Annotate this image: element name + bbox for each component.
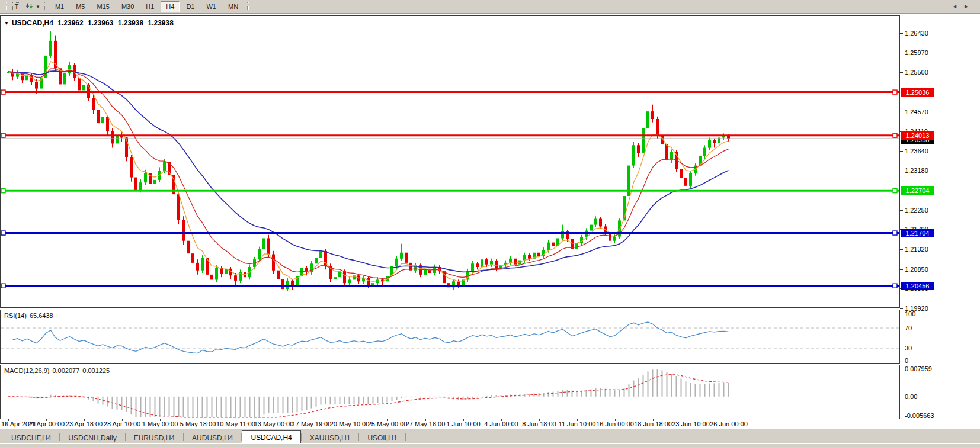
price-tick: [900, 112, 903, 112]
macd-main-value: 0.002077: [52, 367, 79, 374]
price-tick: [900, 210, 903, 211]
arrows-objects-button[interactable]: ▼: [24, 1, 41, 12]
price-tick: [900, 33, 903, 34]
time-axis-label: 28 Apr 10:00: [104, 420, 140, 427]
price-tick: [900, 249, 903, 250]
price-tick-label: 1.21320: [905, 246, 928, 253]
timeframe-M15[interactable]: M15: [91, 1, 114, 12]
timeframe-M1[interactable]: M1: [50, 1, 69, 12]
rsi-value: 65.6438: [30, 312, 53, 319]
timeframe-M5[interactable]: M5: [71, 1, 90, 12]
timeframe-W1[interactable]: W1: [201, 1, 222, 12]
timeframe-MN[interactable]: MN: [223, 1, 244, 12]
tab-USDCNH-Daily[interactable]: USDCNH,Daily: [60, 432, 124, 443]
chart-info-line: ▼USDCAD,H4 1.23962 1.23963 1.23938 1.239…: [4, 19, 176, 27]
toolbar-grip[interactable]: [44, 2, 46, 11]
rsi-scale-label: 0: [905, 357, 908, 364]
tab-EURUSD-H4[interactable]: EURUSD,H4: [126, 432, 183, 443]
toolbar: T ▼ M1M5M15M30H1H4D1W1MN: [0, 0, 980, 14]
time-axis-label: 23 Jun 10:00: [672, 420, 710, 427]
macd-scale-label: -0.005663: [905, 412, 934, 419]
time-axis-label: 27 May 18:00: [406, 420, 446, 427]
macd-scale-label: 0.007959: [905, 365, 932, 372]
text-tool-icon: T: [12, 2, 21, 11]
rsi-canvas[interactable]: [1, 310, 899, 363]
time-axis-label: 16 Jun 00:00: [596, 420, 634, 427]
collapse-triangle-icon[interactable]: ▼: [4, 21, 9, 26]
tab-USDCHF-H4[interactable]: USDCHF,H4: [3, 432, 59, 443]
rsi-scale-label: 30: [905, 345, 912, 352]
time-axis-label: 1 Jun 10:00: [446, 420, 481, 427]
hline-price-label: 1.20456: [901, 282, 934, 290]
timeframe-buttons: M1M5M15M30H1H4D1W1MN: [49, 1, 244, 12]
toolbar-grip[interactable]: [5, 2, 7, 11]
timeframe-M30[interactable]: M30: [116, 1, 139, 12]
macd-pane[interactable]: [0, 365, 900, 419]
price-tick-label: 1.22250: [905, 207, 928, 214]
ohlc-open: 1.23962: [57, 19, 83, 27]
rsi-scale-label: 70: [905, 324, 912, 332]
price-tick: [900, 151, 903, 152]
toolbar-grip[interactable]: [247, 2, 249, 11]
time-axis-label: 18 Jun 18:00: [634, 420, 672, 427]
hline-price-label: 1.24013: [901, 131, 934, 140]
macd-canvas[interactable]: [1, 365, 899, 419]
mt4-window: T ▼ M1M5M15M30H1H4D1W1MN ▼USDCAD,H4 1.23…: [0, 0, 980, 447]
time-axis-label: 20 May 10:00: [330, 420, 370, 427]
chevron-down-icon: ▼: [36, 4, 40, 9]
price-tick: [900, 269, 903, 270]
time-axis: 16 Apr 202121 Apr 00:0023 Apr 18:0028 Ap…: [0, 419, 980, 429]
price-tick-label: 1.26430: [905, 30, 928, 37]
macd-name: MACD(12,26,9): [4, 367, 49, 374]
time-axis-label: 17 May 19:00: [292, 420, 332, 427]
price-tick-label: 1.20850: [905, 266, 928, 273]
price-tick-label: 1.25500: [905, 69, 928, 76]
ohlc-low: 1.23938: [118, 19, 143, 27]
rsi-scale-label: 100: [905, 310, 915, 317]
time-axis-label: 26 Jun 00:00: [710, 420, 748, 427]
time-axis-label: 25 May 00:00: [368, 420, 408, 427]
ohlc-close: 1.23938: [148, 19, 173, 27]
price-tick-label: 1.23640: [905, 147, 928, 155]
time-axis-label: 1 May 00:00: [142, 420, 178, 427]
tab-scroll-arrows: ◄►: [952, 3, 975, 9]
tab-scroll-left-icon[interactable]: ◄: [952, 3, 963, 9]
price-tick-label: 1.25970: [905, 49, 928, 56]
time-axis-label: 10 May 11:00: [216, 420, 255, 427]
tab-USOil-H1[interactable]: USOil,H1: [359, 432, 405, 443]
price-tick: [900, 53, 903, 53]
timeframe-H1[interactable]: H1: [140, 1, 159, 12]
price-tick-label: 1.24570: [905, 108, 928, 115]
rsi-indicator-label: RSI(14)65.6438: [4, 312, 56, 319]
tab-USDCAD-H4[interactable]: USDCAD,H4: [242, 430, 300, 443]
chart-tab-bar: USDCHF,H4USDCNH,DailyEURUSD,H4AUDUSD,H4U…: [0, 430, 980, 443]
symbol-period: USDCAD,H4: [12, 19, 53, 27]
time-axis-label: 4 Jun 00:00: [484, 420, 518, 427]
time-axis-label: 21 Apr 00:00: [28, 420, 65, 427]
tab-AUDUSD-H4[interactable]: AUDUSD,H4: [184, 432, 241, 443]
arrows-icon: [25, 2, 34, 12]
price-tick: [900, 171, 903, 171]
tab-scroll-right-icon[interactable]: ►: [963, 3, 975, 9]
price-tick-label: 1.23180: [905, 167, 928, 174]
rsi-pane[interactable]: [0, 310, 900, 364]
macd-signal-value: 0.001225: [82, 367, 110, 374]
timeframe-H4[interactable]: H4: [161, 1, 180, 12]
time-axis-label: 11 Jun 10:00: [559, 420, 596, 427]
tab-XAUUSD-H1[interactable]: XAUUSD,H1: [302, 432, 359, 443]
price-tick: [900, 72, 903, 73]
status-strip: [0, 443, 980, 447]
hline-price-label: 1.22704: [901, 186, 934, 195]
price-chart-pane[interactable]: [0, 15, 900, 308]
rsi-name: RSI(14): [4, 312, 27, 319]
macd-scale-label: 0.00: [905, 393, 917, 400]
timeframe-D1[interactable]: D1: [181, 1, 200, 12]
text-tool-button[interactable]: T: [10, 1, 23, 12]
hline-price-label: 1.25036: [901, 88, 934, 97]
ohlc-high: 1.23963: [88, 19, 113, 27]
time-axis-label: 8 Jun 18:00: [522, 420, 556, 427]
hline-price-label: 1.21704: [901, 229, 934, 237]
macd-indicator-label: MACD(12,26,9)0.0020770.001225: [4, 367, 113, 374]
price-tick: [900, 308, 903, 309]
price-chart-canvas[interactable]: [1, 16, 899, 307]
